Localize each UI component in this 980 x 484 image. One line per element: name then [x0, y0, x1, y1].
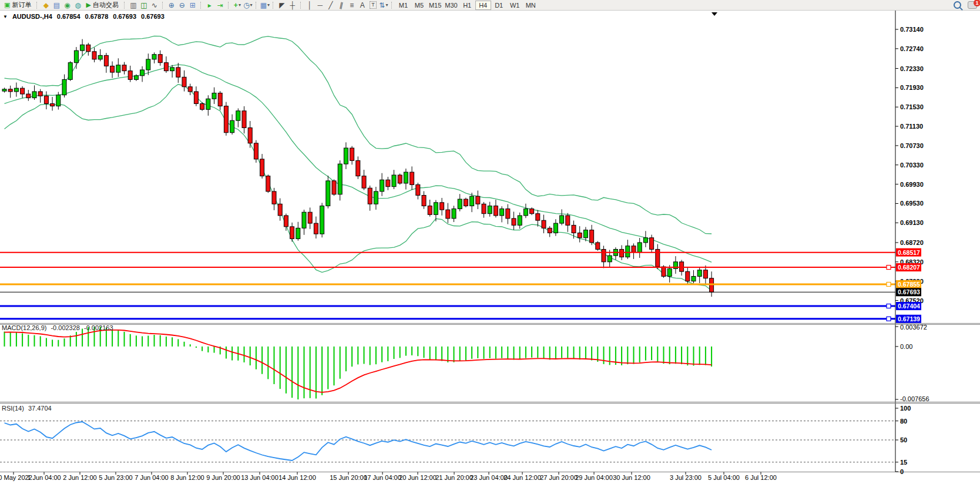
data-window-icon[interactable]: ▤ [51, 1, 62, 10]
market-icon[interactable]: ◍ [72, 1, 83, 10]
text-icon[interactable]: A [357, 1, 368, 10]
candlestick-chart-icon[interactable]: ◫ [139, 1, 149, 10]
toolbar-right-icons: 1 [954, 1, 977, 9]
templates-icon[interactable]: ▦▾ [260, 1, 270, 10]
indicators-icon[interactable]: +▾ [232, 1, 243, 10]
equidistant-channel-icon[interactable]: ∥ [336, 1, 347, 10]
svg-text:0.71530: 0.71530 [900, 103, 924, 110]
svg-text:30 Jun 12:00: 30 Jun 12:00 [613, 474, 650, 481]
rsi-value: 37.4704 [28, 405, 52, 412]
arrows-icon[interactable]: ⇅▾ [378, 1, 389, 10]
svg-text:0.71930: 0.71930 [900, 84, 924, 91]
svg-text:3 Jul 23:00: 3 Jul 23:00 [670, 474, 702, 481]
svg-text:0.70730: 0.70730 [900, 142, 924, 149]
line-chart-icon[interactable]: ∿ [149, 1, 160, 10]
toolbar-separator [124, 2, 126, 9]
timeframe-m1-button[interactable]: M1 [395, 1, 411, 10]
autotrading-button-label: 自动交易 [93, 1, 119, 9]
timeframe-h4-button[interactable]: H4 [475, 1, 491, 10]
trendline-icon[interactable]: ╱ [325, 1, 336, 10]
bar-chart-icon[interactable]: ▥ [128, 1, 139, 10]
chart-low: 0.67693 [113, 13, 136, 20]
svg-text:7 Jun 04:00: 7 Jun 04:00 [135, 474, 169, 481]
svg-text:9 Jun 20:00: 9 Jun 20:00 [206, 474, 240, 481]
new-order-icon: ▣ [4, 1, 10, 9]
svg-text:5 Jul 04:00: 5 Jul 04:00 [708, 474, 740, 481]
timeframe-m5-button[interactable]: M5 [411, 1, 427, 10]
toolbar-separator [300, 2, 302, 9]
tile-windows-icon[interactable]: ⊞ [187, 1, 198, 10]
chart-symbol: AUDUSD-,H4 [12, 13, 52, 20]
zoom-out-icon[interactable]: ⊖ [177, 1, 187, 10]
svg-text:15 Jun 20:00: 15 Jun 20:00 [330, 474, 367, 481]
toolbar: ▣新订单◆▤◉◍▶自动交易▥◫∿⊕⊖⊞▸⇥+▾◷▾▦▾◤┼│─╱∥≡AT⇅▾M1… [0, 0, 980, 11]
chat-icon[interactable]: 1 [968, 1, 977, 9]
svg-text:27 Jun 20:00: 27 Jun 20:00 [540, 474, 578, 481]
cursor-icon[interactable]: ◤ [277, 1, 287, 10]
svg-text:15: 15 [900, 459, 907, 466]
horizontal-line-icon[interactable]: ─ [315, 1, 325, 10]
timeframe-w1-button[interactable]: W1 [507, 1, 523, 10]
timeframe-m30-button[interactable]: M30 [443, 1, 459, 10]
timeframe-d1-button[interactable]: D1 [491, 1, 507, 10]
chart-shift-icon[interactable]: ⇥ [215, 1, 226, 10]
svg-text:0.69530: 0.69530 [900, 200, 924, 207]
svg-text:14 Jun 12:00: 14 Jun 12:00 [278, 474, 316, 481]
timeframe-m15-button[interactable]: M15 [427, 1, 443, 10]
signals-icon[interactable]: ◉ [62, 1, 72, 10]
svg-text:21 Jun 20:00: 21 Jun 20:00 [435, 474, 473, 481]
svg-text:29 Jun 04:00: 29 Jun 04:00 [575, 474, 613, 481]
svg-text:0.003672: 0.003672 [900, 324, 927, 331]
symbol-menu-icon[interactable]: ▼ [3, 14, 8, 19]
timeframe-h1-button[interactable]: H1 [459, 1, 475, 10]
dropdown-arrow-icon[interactable]: ▾ [250, 1, 253, 10]
timeframe-mn-button[interactable]: MN [523, 1, 539, 10]
toolbar-separator [256, 2, 257, 9]
svg-text:-0.007656: -0.007656 [900, 395, 929, 402]
svg-text:1 Jun 04:00: 1 Jun 04:00 [27, 474, 61, 481]
rsi-name: RSI(14) [2, 405, 24, 412]
svg-text:0.67855: 0.67855 [898, 281, 920, 288]
dropdown-arrow-icon[interactable]: ▾ [385, 1, 388, 10]
svg-text:0.68720: 0.68720 [900, 239, 924, 246]
chart-close: 0.67693 [141, 13, 165, 20]
toolbar-items: ▣新订单◆▤◉◍▶自动交易▥◫∿⊕⊖⊞▸⇥+▾◷▾▦▾◤┼│─╱∥≡AT⇅▾M1… [1, 1, 539, 10]
macd-value: -0.002328 [51, 324, 80, 331]
toolbar-separator [273, 2, 274, 9]
svg-text:0.72330: 0.72330 [900, 65, 924, 72]
svg-text:0.68207: 0.68207 [898, 264, 920, 271]
svg-text:0: 0 [900, 468, 904, 475]
svg-text:0.73140: 0.73140 [900, 26, 924, 33]
new-order-button[interactable]: ▣新订单 [1, 1, 34, 10]
svg-text:17 Jun 04:00: 17 Jun 04:00 [364, 474, 401, 481]
vertical-line-icon[interactable]: │ [304, 1, 315, 10]
chart-title-row: ▼ AUDUSD-,H4 0.67854 0.67878 0.67693 0.6… [3, 13, 165, 20]
svg-text:100: 100 [900, 405, 911, 412]
notification-badge: 1 [974, 0, 980, 6]
text-label-icon[interactable]: T [368, 1, 378, 10]
chart-canvas[interactable]: 0.731400.727400.723300.719300.715300.711… [0, 11, 980, 484]
svg-text:0.71130: 0.71130 [900, 123, 923, 130]
new-order-button-label: 新订单 [12, 1, 31, 9]
fibonacci-icon[interactable]: ≡ [347, 1, 357, 10]
svg-text:0.69130: 0.69130 [900, 219, 924, 226]
macd-name: MACD(12,26,9) [2, 324, 46, 331]
search-icon[interactable] [954, 1, 961, 9]
svg-text:20 Jun 12:00: 20 Jun 12:00 [399, 474, 437, 481]
dropdown-arrow-icon[interactable]: ▾ [267, 1, 270, 10]
svg-text:0.72740: 0.72740 [900, 45, 924, 52]
svg-text:8 Jun 12:00: 8 Jun 12:00 [170, 474, 204, 481]
periods-icon[interactable]: ◷▾ [243, 1, 253, 10]
crosshair-icon[interactable]: ┼ [287, 1, 298, 10]
mql5-icon[interactable]: ◆ [41, 1, 51, 10]
svg-text:0.67139: 0.67139 [898, 315, 920, 322]
chart-high: 0.67878 [85, 13, 109, 20]
zoom-in-icon[interactable]: ⊕ [166, 1, 177, 10]
autotrading-button[interactable]: ▶自动交易 [83, 1, 121, 10]
macd-signal-value: -0.002163 [84, 324, 113, 331]
auto-scroll-icon[interactable]: ▸ [204, 1, 215, 10]
dropdown-arrow-icon[interactable]: ▾ [239, 1, 241, 10]
toolbar-separator [162, 2, 164, 9]
svg-text:23 Jun 04:00: 23 Jun 04:00 [470, 474, 508, 481]
svg-text:13 Jun 04:00: 13 Jun 04:00 [241, 474, 278, 481]
